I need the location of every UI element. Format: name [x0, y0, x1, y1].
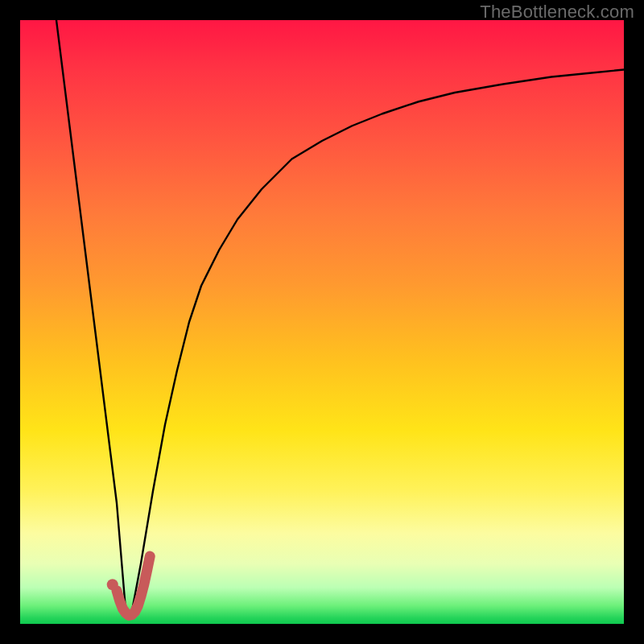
- curve-layer: [20, 20, 624, 624]
- plot-area: [20, 20, 624, 624]
- optimal-marker-dot: [107, 579, 118, 590]
- bottleneck-curve: [56, 20, 624, 612]
- chart-frame: TheBottleneck.com: [0, 0, 644, 644]
